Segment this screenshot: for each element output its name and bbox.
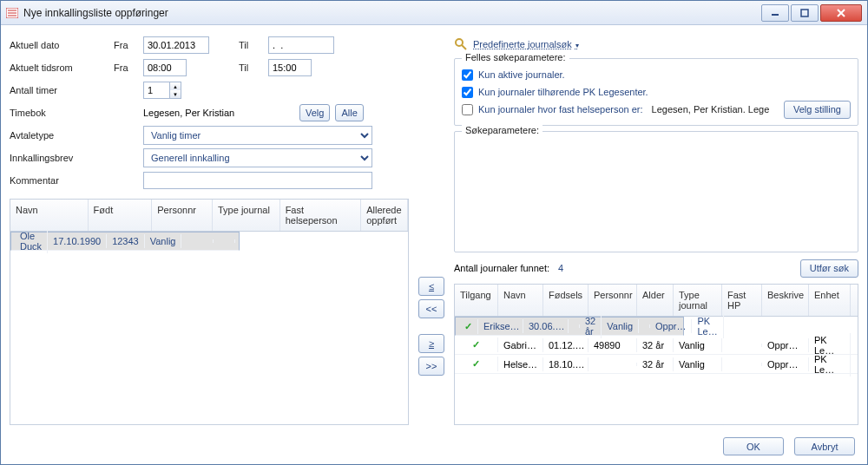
chk-pk[interactable] [462, 87, 473, 98]
col-navn-r[interactable]: Navn [498, 285, 543, 316]
chk-aktive-label: Kun aktive journaler. [478, 69, 565, 80]
col-enhet[interactable]: Enhet [809, 285, 851, 316]
svg-point-6 [456, 39, 463, 46]
results-table: Tilgang Navn Fødsels Personnr Alder Type… [454, 284, 858, 425]
svg-line-7 [462, 45, 466, 49]
chk-aktive[interactable] [462, 69, 473, 81]
col-type[interactable]: Type journal [213, 200, 280, 231]
predef-search-link[interactable]: Predefinerte journalsøk▾ [473, 39, 579, 49]
dato-fra-input[interactable] [143, 36, 209, 54]
dato-til-input[interactable] [268, 36, 334, 54]
aktuell-tidsrom-label: Aktuelt tidsrom [10, 62, 114, 73]
chk-fast-label: Kun journaler hvor fast helseperson er: [478, 104, 643, 115]
col-tilgang[interactable]: Tilgang [455, 285, 498, 316]
move-left-one-button[interactable]: ≤ [418, 277, 444, 296]
chk-pk-label: Kun journaler tilhørende PK Legesenter. [478, 87, 648, 97]
col-alder[interactable]: Alder [637, 285, 674, 316]
antall-label: Antall journaler funnet: [454, 263, 549, 273]
results-header: Tilgang Navn Fødsels Personnr Alder Type… [455, 285, 858, 317]
check-icon: ✓ [464, 321, 472, 332]
col-allerede[interactable]: Allerede oppført [361, 200, 408, 231]
svg-rect-5 [801, 10, 808, 16]
mid-pane: ≤ << ≥ >> [416, 34, 447, 425]
fra-label-1: Fra [114, 40, 143, 50]
count-row: Antall journaler funnet: 4 Utfør søk [454, 258, 858, 278]
tid-fra-input[interactable] [143, 59, 187, 76]
col-fodt[interactable]: Født [89, 200, 153, 231]
right-pane: Predefinerte journalsøk▾ Felles søkepara… [454, 34, 858, 425]
fra-label-2: Fra [114, 62, 143, 73]
titlebar: Nye innkallingsliste oppføringer [1, 1, 867, 25]
aktuell-dato-label: Aktuell dato [10, 40, 114, 50]
kommentar-input[interactable] [143, 172, 372, 189]
move-left-all-button[interactable]: << [418, 299, 444, 318]
til-label-2: Til [239, 62, 268, 73]
table-row[interactable]: ✓ Erikse… 30.06.… 32 år Vanlig Oppr… PK … [455, 317, 684, 336]
table-row[interactable]: Ole Duck 17.10.1990 12343 Vanlig [10, 232, 240, 251]
window-controls [761, 4, 864, 22]
velg-stilling-button[interactable]: Velg stilling [784, 101, 851, 119]
avtaletype-select[interactable]: Vanlig timer [143, 126, 372, 145]
minimize-button[interactable] [761, 4, 789, 22]
close-button[interactable] [820, 4, 862, 22]
til-label-1: Til [239, 40, 268, 50]
chk-fast[interactable] [462, 104, 473, 115]
search-icon [454, 37, 468, 51]
check-icon: ✓ [460, 358, 492, 370]
antall-timer-input[interactable] [143, 82, 169, 99]
col-fodsels[interactable]: Fødsels [543, 285, 589, 316]
col-navn[interactable]: Navn [10, 200, 89, 231]
table-row[interactable]: ✓ Helse… 18.10.… 32 år Vanlig Oppr… PK L… [455, 355, 858, 374]
col-personnr[interactable]: Personnr [152, 200, 213, 231]
felles-group: Felles søkeparametere: Kun aktive journa… [454, 58, 858, 126]
left-table-header: Navn Født Personnr Type journal Fast hel… [10, 200, 408, 232]
window-body: Aktuell dato Fra Til Aktuelt tidsrom Fra… [1, 25, 867, 432]
chevron-down-icon: ▾ [575, 42, 579, 49]
spinner-arrows[interactable]: ▲▼ [169, 82, 181, 99]
timebok-value: Legesen, Per Kristian [143, 108, 299, 118]
felles-legend: Felles søkeparametere: [462, 52, 569, 62]
utfor-sok-button[interactable]: Utfør søk [800, 259, 858, 278]
window: Nye innkallingsliste oppføringer Aktuell… [0, 0, 868, 465]
check-icon: ✓ [460, 339, 492, 350]
antall-timer-spinner[interactable]: ▲▼ [143, 82, 181, 99]
col-personnr-r[interactable]: Personnr [589, 285, 637, 316]
avbryt-button[interactable]: Avbryt [794, 437, 855, 455]
avtaletype-label: Avtaletype [10, 130, 114, 141]
ok-button[interactable]: OK [723, 437, 784, 455]
window-title: Nye innkallingsliste oppføringer [23, 7, 761, 19]
kommentar-label: Kommentar [10, 175, 114, 186]
antall-value: 4 [558, 263, 563, 273]
tid-til-input[interactable] [268, 59, 312, 76]
fast-person-value: Legesen, Per Kristian. Lege [652, 104, 770, 115]
innkallingsbrev-label: Innkallingsbrev [10, 153, 114, 163]
move-right-all-button[interactable]: >> [418, 357, 444, 376]
timebok-label: Timebok [10, 108, 114, 118]
alle-button[interactable]: Alle [335, 104, 363, 121]
col-fasthp-r[interactable]: Fast HP [722, 285, 762, 316]
velg-button[interactable]: Velg [299, 104, 330, 121]
footer: OK Avbryt [1, 432, 867, 464]
table-row[interactable]: ✓ Gabri… 01.12.… 49890 32 år Vanlig Oppr… [455, 336, 858, 355]
app-icon [6, 8, 18, 18]
innkallingsbrev-select[interactable]: Generell innkalling [143, 148, 372, 167]
left-pane: Aktuell dato Fra Til Aktuelt tidsrom Fra… [10, 34, 409, 425]
col-beskriv[interactable]: Beskrive [762, 285, 809, 316]
move-right-one-button[interactable]: ≥ [418, 334, 444, 353]
sokeparam-legend: Søkeparametere: [462, 125, 542, 135]
col-fasthp[interactable]: Fast helseperson [280, 200, 362, 231]
left-table: Navn Født Personnr Type journal Fast hel… [10, 199, 409, 425]
antall-timer-label: Antall timer [10, 85, 114, 95]
sokeparam-group: Søkeparametere: [454, 131, 858, 252]
col-type-r[interactable]: Type journal [674, 285, 722, 316]
maximize-button[interactable] [791, 4, 819, 22]
